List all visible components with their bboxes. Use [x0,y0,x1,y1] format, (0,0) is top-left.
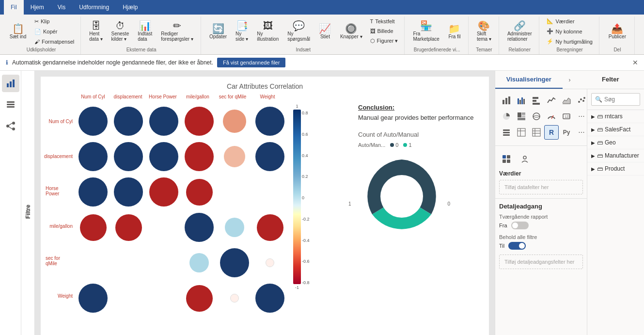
tab-visualiseringer[interactable]: Visualiseringer [495,71,563,89]
viz-custom-R[interactable]: R [544,125,559,140]
cell-0-5 [252,104,287,139]
viz-python[interactable]: Py [559,125,574,140]
notification-message: Automatisk gendannelse indeholder nogle … [12,59,213,66]
tab-hjaelp[interactable]: Hjælp [116,0,144,15]
tab-felter[interactable]: Felter [577,71,644,89]
viz-stacked-bar[interactable] [499,93,514,108]
viz-table[interactable] [514,125,529,140]
tekstfelt-button[interactable]: T Tekstfelt [368,17,401,26]
viz-more2[interactable]: ··· [574,125,587,140]
svg-rect-21 [533,103,540,105]
ribbon-group-temaer: 🎨 Skifttema ▾ Temaer [470,16,499,54]
format-icon[interactable] [518,152,532,166]
svg-rect-4 [7,104,15,105]
viz-area-chart[interactable] [559,93,574,108]
viz-treemap[interactable] [514,109,529,124]
stiet-button[interactable]: 📈 Stiet [315,22,335,41]
publicer-button[interactable]: 📤 Publicer [604,22,630,41]
skift-tema-button[interactable]: 🎨 Skifttema ▾ [473,19,495,43]
scale-bottom-label: -1 [295,285,299,290]
temaer-label: Temaer [476,47,492,52]
cell-1-5 [252,139,287,174]
tab-fil[interactable]: Fil [4,0,24,15]
klip-button[interactable]: ✂Klip [32,17,77,26]
cell-1-2 [146,139,181,174]
viz-line-chart[interactable] [544,93,559,108]
formatpensel-button[interactable]: 🖌Formatpensel [32,37,77,46]
viz-slicer[interactable] [499,125,514,140]
administrer-relationer-button[interactable]: 🔗 Administrerrelationer [504,19,535,43]
svg-point-49 [523,156,526,159]
keep-filters-toggle[interactable] [508,242,526,250]
skift-tema-icon: 🎨 [478,21,490,31]
notification-close-button[interactable]: ✕ [632,59,638,66]
ny-maaling-button[interactable]: 📐Værdier [544,16,595,26]
fra-marketplace-button[interactable]: 🏪 FraMarketplace [409,19,442,43]
column-headers: Num of Cyl displacement Horse Power mile… [76,94,285,99]
fra-fil-button[interactable]: 📁 Fra fil [445,22,464,41]
cross-report-toggle[interactable] [511,222,529,229]
ny-hurtigmaaling-button[interactable]: ⚡ Ny hurtigmåling [544,37,595,46]
toggle-row-1: Fra [499,222,583,229]
saet-ind-button[interactable]: 📋 Sæt ind [6,18,30,45]
seneste-kilder-button[interactable]: ⏱ Senestekilder ▾ [108,19,133,43]
cell-5-5 [252,281,287,316]
viz-map[interactable] [529,109,544,124]
viz-bar-chart[interactable] [529,93,544,108]
indtast-data-button[interactable]: 📊 Indtastdata [134,19,156,43]
correlation-matrix-wrapper: Num of Cyl displacement Horse Power mile… [41,94,489,316]
viz-more[interactable]: ··· [574,109,587,124]
opdater-button[interactable]: 🔄 Opdater [206,22,230,41]
indsaet-stack: T Tekstfelt 🖼 Billede ⬡ Figurer ▾ [368,17,401,46]
ny-side-button[interactable]: 📑 Nyside ▾ [232,19,251,43]
svg-rect-5 [7,106,15,108]
svg-rect-17 [521,97,523,104]
figurer-button[interactable]: ⬡ Figurer ▾ [368,36,401,46]
fields-search-container: 🔍 [587,89,644,110]
scale-top-label: 1 [296,104,298,109]
fields-icon[interactable] [499,152,514,166]
knapper-button[interactable]: 🔘 Knapper ▾ [337,22,366,41]
cell-1-0 [76,139,110,174]
hent-data-button[interactable]: 🗄 Hentdata ▾ [86,19,106,43]
field-group-manufacturer-header[interactable]: ▶ 🗃 Manufacturer [587,149,644,162]
field-group-geo-header[interactable]: ▶ 🗃 Geo [587,136,644,149]
report-view-icon[interactable] [2,75,19,92]
data-view-icon[interactable] [2,96,19,113]
ribbon-group-indsaet: 🔄 Opdater 📑 Nyside ▾ 🖼 Nyillustration 💬 … [202,16,405,54]
viz-scatter[interactable] [574,93,587,108]
cell-2-0 [76,175,110,209]
viz-grouped-bar[interactable] [514,93,529,108]
filtre-panel[interactable]: Filtre [21,71,35,335]
field-group-rntcars-header[interactable]: ▶ 🗃 rntcars [587,110,644,123]
viz-matrix[interactable] [529,125,544,140]
values-drop-zone[interactable]: Tilføj datafelter her [499,180,583,194]
values-section: Værdier Tilføj datafelter her [495,170,587,194]
kopier-button[interactable]: 📄Kopér [32,27,77,36]
tab-vis[interactable]: Vis [51,0,72,15]
model-view-icon[interactable] [2,117,19,135]
tab-udformning[interactable]: Udformning [72,0,116,15]
cell-3-0 [76,210,110,245]
viz-card[interactable]: 123 [559,109,574,124]
viz-gauge[interactable] [544,109,559,124]
legend-dot-1 [403,143,407,147]
svg-point-7 [12,122,15,125]
beregninger-label: Beregninger [556,47,582,52]
rediger-button[interactable]: ✏ Redigerforespørgsler ▾ [157,19,197,43]
field-group-salesfact-header[interactable]: ▶ 🗃 SalesFact [587,123,644,136]
ny-kolonne-button[interactable]: ➕ Ny kolonne [544,27,595,36]
billede-button[interactable]: 🖼 Billede [368,27,401,35]
svg-rect-28 [522,112,525,115]
notification-action-button[interactable]: Få vist gendannede filer [217,58,285,67]
ny-spoergsmaal-button[interactable]: 💬 Nyspørgsmål [284,19,314,43]
title-tabs: Fil Hjem Vis Udformning Hjælp [4,0,145,15]
panel-expand-icon[interactable]: › [563,71,577,89]
expand-chevron-rntcars: ▶ [591,114,595,119]
field-group-product-header[interactable]: ▶ 🗃 Product [587,162,644,175]
svg-rect-1 [10,81,12,87]
viz-pie[interactable] [499,109,514,124]
ny-illustration-button[interactable]: 🖼 Nyillustration [253,19,282,43]
tab-hjem[interactable]: Hjem [24,0,51,15]
drillthrough-drop-zone[interactable]: Tilføj detaljeadgangsfelter her [499,255,583,269]
